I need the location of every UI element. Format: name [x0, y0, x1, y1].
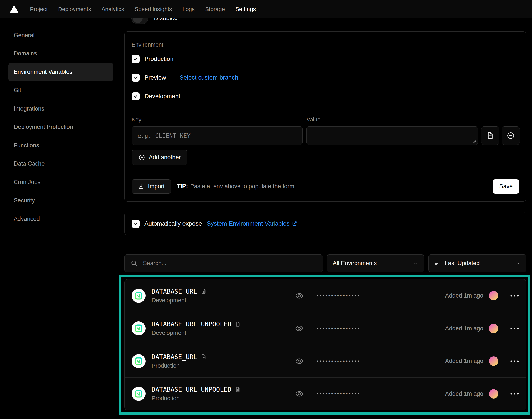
sidebar-item-integrations[interactable]: Integrations — [0, 100, 119, 118]
neon-logo-icon — [135, 324, 143, 332]
nav-tab-speed-insights[interactable]: Speed Insights — [129, 0, 177, 18]
settings-sidebar: General Domains Environment Variables Gi… — [0, 18, 119, 228]
search-input[interactable] — [124, 254, 323, 272]
key-input[interactable] — [132, 127, 302, 145]
env-variable-row[interactable]: DATABASE_URL_UNPOOLED Development ••••••… — [125, 312, 526, 345]
download-icon — [138, 183, 144, 190]
masked-value: ••••••••••••••• — [317, 391, 360, 397]
neon-logo-icon — [135, 292, 143, 300]
production-checkbox[interactable] — [132, 55, 140, 63]
sidebar-item-security[interactable]: Security — [0, 191, 119, 210]
neon-integration-avatar — [132, 387, 146, 401]
environment-option-development: Development — [132, 92, 180, 100]
document-icon — [486, 131, 494, 140]
row-actions-menu-button[interactable] — [510, 360, 519, 363]
sidebar-item-data-cache[interactable]: Data Cache — [0, 155, 119, 173]
preview-checkbox[interactable] — [132, 74, 140, 82]
eye-icon[interactable] — [295, 291, 304, 300]
ellipsis-icon — [510, 393, 519, 395]
variable-environment: Development — [151, 330, 295, 336]
masked-value: ••••••••••••••• — [317, 293, 360, 299]
save-button[interactable]: Save — [493, 179, 519, 194]
system-env-expose-card: Automatically expose System Environment … — [124, 212, 526, 235]
neon-logo-icon — [135, 357, 143, 365]
check-icon — [133, 94, 138, 99]
chevron-down-icon — [515, 261, 520, 266]
sidebar-item-domains[interactable]: Domains — [0, 45, 119, 63]
user-avatar — [489, 356, 498, 366]
row-divider — [132, 68, 519, 68]
environment-filter-value: All Environments — [333, 260, 377, 267]
variable-name: DATABASE_URL_UNPOOLED — [151, 320, 232, 328]
note-icon[interactable] — [235, 321, 241, 327]
eye-icon[interactable] — [295, 324, 304, 333]
add-another-button[interactable]: Add another — [132, 150, 188, 165]
external-link-icon — [292, 221, 297, 226]
sort-dropdown[interactable]: Last Updated — [428, 254, 526, 272]
nav-tab-storage[interactable]: Storage — [200, 0, 230, 18]
note-icon[interactable] — [201, 288, 207, 294]
chevron-down-icon — [413, 261, 418, 266]
value-input[interactable] — [306, 127, 478, 145]
nav-tab-analytics[interactable]: Analytics — [96, 0, 129, 18]
variable-name-cell: DATABASE_URL Production — [151, 353, 295, 369]
nav-tab-logs[interactable]: Logs — [177, 0, 200, 18]
search-icon — [131, 260, 138, 267]
neon-integration-avatar — [132, 289, 146, 303]
env-variable-form-card: Environment Production Preview Select cu… — [124, 31, 526, 202]
vercel-logo[interactable] — [10, 5, 19, 13]
select-custom-branch-link[interactable]: Select custom branch — [180, 74, 238, 81]
remove-row-button[interactable] — [502, 127, 520, 145]
resize-handle-icon[interactable] — [473, 140, 476, 143]
paste-env-file-button[interactable] — [481, 127, 499, 145]
environment-option-production: Production — [132, 55, 174, 63]
note-icon[interactable] — [235, 387, 241, 393]
eye-icon[interactable] — [295, 357, 304, 366]
nav-tab-project[interactable]: Project — [25, 0, 53, 18]
user-avatar — [489, 291, 498, 300]
ellipsis-icon — [510, 294, 519, 297]
section-divider — [124, 244, 526, 244]
env-variable-row[interactable]: DATABASE_URL Production ••••••••••••••• … — [125, 345, 526, 378]
variable-name-cell: DATABASE_URL Development — [151, 288, 295, 304]
value-field-label: Value — [306, 116, 321, 123]
variable-name: DATABASE_URL — [151, 288, 197, 295]
note-icon[interactable] — [201, 354, 207, 360]
ellipsis-icon — [510, 327, 519, 330]
nav-tab-settings[interactable]: Settings — [230, 0, 261, 18]
environment-section-label: Environment — [132, 41, 163, 48]
row-actions-menu-button[interactable] — [510, 327, 519, 330]
env-variable-row[interactable]: DATABASE_URL_UNPOOLED Production •••••••… — [125, 378, 526, 410]
sidebar-item-environment-variables[interactable]: Environment Variables — [9, 63, 113, 81]
sidebar-item-advanced[interactable]: Advanced — [0, 210, 119, 228]
system-env-variables-link-text: System Environment Variables — [207, 220, 290, 227]
environment-filter-dropdown[interactable]: All Environments — [327, 254, 424, 272]
import-label: Import — [148, 183, 165, 190]
neon-integration-avatar — [132, 354, 146, 368]
row-actions-menu-button[interactable] — [510, 294, 519, 297]
row-divider — [132, 87, 519, 87]
sidebar-item-git[interactable]: Git — [0, 81, 119, 100]
ellipsis-icon — [510, 360, 519, 363]
preview-checkbox-label: Preview — [144, 74, 166, 81]
import-button[interactable]: Import — [132, 179, 171, 194]
row-actions-menu-button[interactable] — [510, 393, 519, 395]
neon-integration-avatar — [132, 321, 146, 335]
sidebar-item-cron-jobs[interactable]: Cron Jobs — [0, 173, 119, 191]
environment-option-preview: Preview Select custom branch — [132, 73, 238, 82]
expose-checkbox[interactable] — [132, 220, 140, 228]
check-icon — [133, 221, 138, 226]
development-checkbox[interactable] — [132, 92, 140, 100]
nav-tab-deployments[interactable]: Deployments — [53, 0, 96, 18]
minus-circle-icon — [506, 131, 515, 140]
sidebar-item-general[interactable]: General — [0, 26, 119, 45]
env-variable-row[interactable]: DATABASE_URL Development •••••••••••••••… — [125, 279, 526, 312]
system-env-variables-link[interactable]: System Environment Variables — [207, 220, 298, 227]
added-timestamp: Added 1m ago — [445, 292, 483, 299]
sidebar-item-deployment-protection[interactable]: Deployment Protection — [0, 118, 119, 136]
env-variables-list: DATABASE_URL Development •••••••••••••••… — [124, 279, 526, 410]
variable-environment: Production — [151, 363, 295, 369]
sidebar-item-functions[interactable]: Functions — [0, 136, 119, 155]
added-timestamp: Added 1m ago — [445, 325, 483, 332]
eye-icon[interactable] — [295, 390, 304, 398]
